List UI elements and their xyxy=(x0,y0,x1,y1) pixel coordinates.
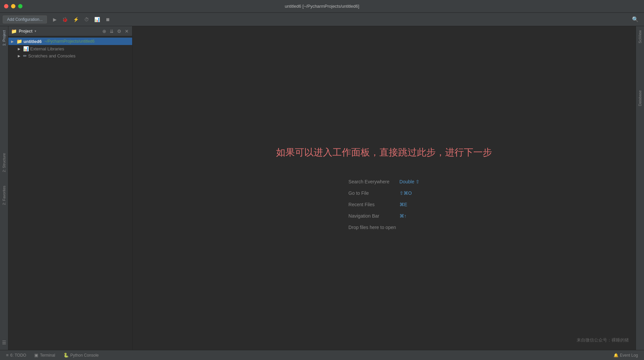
profile-button[interactable]: ⏱ xyxy=(82,15,91,24)
terminal-tab[interactable]: ▣ Terminal xyxy=(31,352,58,359)
shortcut-keys-goto: ⇧⌘O xyxy=(399,190,412,196)
shortcut-nav-bar: Navigation Bar ⌘↑ xyxy=(348,213,420,219)
watermark-text: 来自微信公众号：裸睡的猪 xyxy=(577,337,629,343)
tree-label-untitled6: untitled6 xyxy=(23,39,42,44)
event-log-label: Event Log xyxy=(620,353,638,358)
project-label[interactable]: Project xyxy=(19,29,33,34)
todo-label: 6: TODO xyxy=(10,353,26,358)
bottom-bar: ≡ 6: TODO ▣ Terminal 🐍 Python Console 🔔 … xyxy=(0,350,644,360)
run-with-coverage-button[interactable]: 📊 xyxy=(92,15,102,24)
tree-label-scratches: Scratches and Consoles xyxy=(28,53,75,58)
stop-button[interactable]: ⏹ xyxy=(103,15,112,24)
tree-label-external-libraries: External Libraries xyxy=(30,46,64,51)
left-side-tabs: 1: Project 2: Structure 2: Favorites ☰ xyxy=(0,26,8,350)
project-panel: 📁 Project ▾ ⊕ ⇊ ⚙ ✕ ▶ 📁 untitled6 ~/Pych… xyxy=(8,26,132,350)
sidebar-item-database[interactable]: Database xyxy=(637,88,643,109)
top-toolbar: Add Configuration... ▶ 🐞 ⚡ ⏱ 📊 ⏹ 🔍 xyxy=(0,13,644,26)
drop-files-row: Drop files here to open xyxy=(348,225,420,230)
window-title: untitled6 [~/PycharmProjects/untitled6] xyxy=(285,4,359,9)
terminal-icon: ▣ xyxy=(34,353,38,358)
tree-item-scratches[interactable]: ▶ ✏ Scratches and Consoles xyxy=(8,52,132,59)
minimize-button[interactable] xyxy=(11,4,15,8)
shortcut-label-search: Search Everywhere xyxy=(348,179,395,184)
shortcut-label-goto: Go to File xyxy=(348,190,395,196)
tree-arrow-scratches: ▶ xyxy=(18,54,22,58)
close-button[interactable] xyxy=(4,4,8,8)
main-layout: 1: Project 2: Structure 2: Favorites ☰ 📁… xyxy=(0,26,644,350)
locate-button[interactable]: ⊕ xyxy=(102,28,107,35)
event-log-button[interactable]: 🔔 Event Log xyxy=(610,352,641,359)
event-log-icon: 🔔 xyxy=(613,353,619,358)
drop-files-text: Drop files here to open xyxy=(348,225,396,230)
settings-button[interactable]: ⚙ xyxy=(116,28,122,35)
shortcuts-list: Search Everywhere Double ⇧ Go to File ⇧⌘… xyxy=(348,179,420,230)
project-tree: ▶ 📁 untitled6 ~/PycharmProjects/untitled… xyxy=(8,36,132,350)
maximize-button[interactable] xyxy=(18,4,22,8)
scratch-icon: ✏ xyxy=(23,53,27,58)
shortcut-keys-search: Double ⇧ xyxy=(399,179,420,184)
coverage-button[interactable]: ⚡ xyxy=(71,15,81,24)
sidebar-item-sciview[interactable]: SciView xyxy=(637,28,643,46)
tree-item-external-libraries[interactable]: ▶ 📊 External Libraries xyxy=(8,45,132,52)
folder-icon: 📁 xyxy=(11,29,17,34)
python-console-label: Python Console xyxy=(70,353,99,358)
shortcut-recent-files: Recent Files ⌘E xyxy=(348,202,420,207)
shortcut-goto-file: Go to File ⇧⌘O xyxy=(348,190,420,196)
run-button[interactable]: ▶ xyxy=(51,15,59,24)
tree-item-untitled6[interactable]: ▶ 📁 untitled6 ~/PycharmProjects/untitled… xyxy=(8,38,132,45)
terminal-label: Terminal xyxy=(40,353,55,358)
shortcut-label-nav: Navigation Bar xyxy=(348,213,395,219)
tree-arrow-untitled6: ▶ xyxy=(11,40,15,43)
bottom-left-icon[interactable]: ☰ xyxy=(2,338,6,347)
sidebar-item-project[interactable]: 1: Project xyxy=(1,28,7,48)
shortcut-label-recent: Recent Files xyxy=(348,202,395,207)
folder-icon-untitled6: 📁 xyxy=(16,39,22,44)
debug-button[interactable]: 🐞 xyxy=(60,15,70,24)
chevron-down-icon[interactable]: ▾ xyxy=(35,29,36,33)
python-console-tab[interactable]: 🐍 Python Console xyxy=(60,352,102,359)
sidebar-item-structure[interactable]: 2: Structure xyxy=(1,150,7,175)
titlebar: untitled6 [~/PycharmProjects/untitled6] xyxy=(0,0,644,13)
window-controls xyxy=(4,4,22,8)
todo-icon: ≡ xyxy=(6,353,9,358)
editor-area: 如果可以进入工作面板，直接跳过此步，进行下一步 Search Everywher… xyxy=(132,26,636,350)
shortcut-keys-recent: ⌘E xyxy=(399,202,407,207)
collapse-all-button[interactable]: ⇊ xyxy=(109,28,114,35)
welcome-message-chinese: 如果可以进入工作面板，直接跳过此步，进行下一步 xyxy=(276,146,492,159)
shortcut-search-everywhere: Search Everywhere Double ⇧ xyxy=(348,179,420,184)
tree-sublabel-untitled6: ~/PycharmProjects/untitled6 xyxy=(44,39,95,44)
panel-header-icons: ⊕ ⇊ ⚙ ✕ xyxy=(102,28,129,35)
sidebar-item-favorites[interactable]: 2: Favorites xyxy=(1,183,7,208)
close-panel-button[interactable]: ✕ xyxy=(124,28,129,35)
right-side-tabs: SciView Database xyxy=(636,26,644,350)
add-configuration-button[interactable]: Add Configuration... xyxy=(3,15,47,24)
python-icon: 🐍 xyxy=(63,353,69,358)
search-everywhere-button[interactable]: 🔍 xyxy=(629,15,641,24)
library-icon: 📊 xyxy=(23,46,29,51)
project-panel-header: 📁 Project ▾ ⊕ ⇊ ⚙ ✕ xyxy=(8,26,132,36)
todo-tab[interactable]: ≡ 6: TODO xyxy=(3,352,30,359)
tree-arrow-ext-libs: ▶ xyxy=(18,47,22,51)
shortcut-keys-nav: ⌘↑ xyxy=(399,213,407,219)
